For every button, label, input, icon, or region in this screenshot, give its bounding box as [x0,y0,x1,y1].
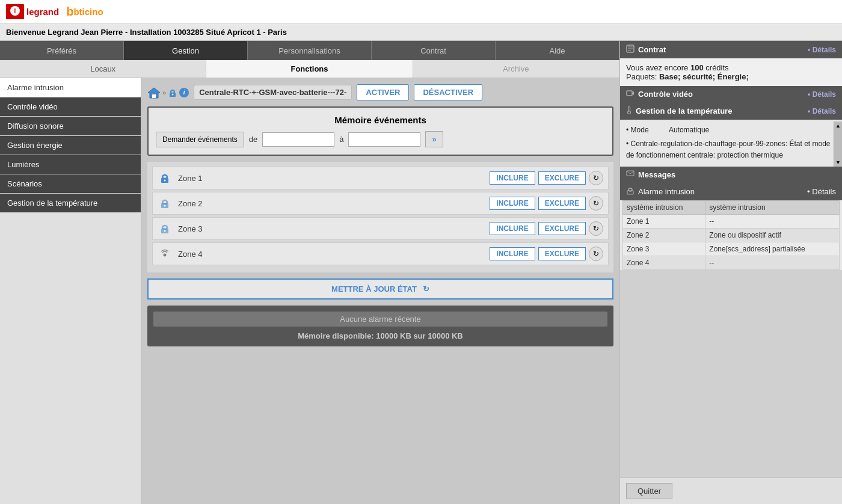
sidebar-item-scenarios[interactable]: Scénarios [0,174,141,194]
zone3-inclure-button[interactable]: INCLURE [490,222,535,235]
sub-tab-fonctions[interactable]: Fonctions [206,60,413,78]
zone1-inclure-button[interactable]: INCLURE [490,171,535,185]
sub-tab-archive[interactable]: Archive [413,60,619,78]
sidebar-item-controle-video[interactable]: Contrôle vidéo [0,97,141,117]
device-icon-group: » i [147,87,189,99]
tab-preferes[interactable]: Préférés [0,41,124,60]
zone4-name: Zone 4 [178,250,490,259]
home-icon [147,87,161,99]
zone2-value-cell: Zone ou dispositif actif [705,228,840,242]
svg-point-12 [164,205,166,207]
svg-rect-14 [162,226,167,229]
sidebar-item-lumieres[interactable]: Lumières [0,155,141,174]
alarme-section: Alarme intrusion • Détails système intru… [620,183,842,270]
alarme-details-link[interactable]: • Détails [807,187,836,196]
temperature-details-link[interactable]: • Détails [808,107,836,115]
sidebar-item-gestion-temperature[interactable]: Gestion de la température [0,194,141,213]
activer-button[interactable]: ACTIVER [357,84,409,100]
sidebar-item-diffusion-sonore[interactable]: Diffusion sonore [0,117,141,136]
zone3-name: Zone 3 [178,224,490,233]
content-area: Alarme intrusion Contrôle vidéo Diffusio… [0,78,619,504]
tab-gestion[interactable]: Gestion [124,41,248,60]
sub-tab-locaux[interactable]: Locaux [0,60,206,78]
zone3-lock-icon [158,223,172,235]
controle-video-header-text: Contrôle vidéo [638,90,693,99]
svg-rect-21 [627,91,632,96]
zone1-cell: Zone 1 [623,214,705,228]
temperature-section-header: Gestion de la température • Détails [620,102,842,120]
main-content-area: » i Centrale-RTC-+-GSM-avec-batterie---7… [141,78,619,504]
alarme-table: système intrusion système intrusion Zone… [622,200,840,270]
memory-info-text: Mémoire disponible: 10000 KB sur 10000 K… [153,331,607,340]
zone4-radio-icon [158,248,172,260]
zone1-exclure-button[interactable]: EXCLURE [538,171,586,185]
contrat-header-text: Contrat [638,45,666,54]
lock-icon [168,88,177,97]
contrat-body: Vous avez encore 100 crédits Paquets: Ba… [620,58,842,86]
alarme-col1-header: système intrusion [623,200,705,214]
messages-section-header: Messages [620,167,842,183]
zone2-exclure-button[interactable]: EXCLURE [538,197,586,210]
zone4-refresh-button[interactable]: ↻ [589,247,603,261]
bticino-logo: b bticino [66,5,103,19]
app-header: l legrand b bticino [0,0,842,24]
desactiver-button[interactable]: DÉSACTIVER [414,84,482,100]
demander-evenements-button[interactable]: Demander événements [156,132,244,147]
controle-video-details-link[interactable]: • Détails [808,90,836,99]
mettre-a-jour-button[interactable]: METTRE À JOUR ÉTAT ↻ [147,278,613,300]
svg-point-9 [164,180,166,182]
bticino-text: bticino [73,7,103,17]
scroll-down-icon[interactable]: ▼ [834,159,842,165]
main-layout: Préférés Gestion Personnalisations Contr… [0,41,842,504]
paquets-label: Paquets: [626,72,657,81]
zone3-exclure-button[interactable]: EXCLURE [538,222,586,235]
credits-text: Vous avez encore [626,63,688,72]
contrat-section-header: Contrat • Détails [620,41,842,58]
svg-point-16 [164,254,166,256]
sidebar-item-alarme-intrusion[interactable]: Alarme intrusion [0,78,141,97]
contrat-icon [626,45,635,55]
temperature-header-text: Gestion de la température [636,106,732,115]
device-header: » i Centrale-RTC-+-GSM-avec-batterie---7… [147,84,613,100]
alarme-lock-icon [626,186,635,197]
svg-text:l: l [14,8,16,14]
zone4-value-cell: -- [705,256,840,269]
zone3-refresh-button[interactable]: ↻ [589,221,603,236]
tab-aide[interactable]: Aide [496,41,619,60]
zone2-inclure-button[interactable]: INCLURE [490,197,535,210]
svg-rect-8 [162,175,167,179]
sidebar-item-gestion-energie[interactable]: Gestion énergie [0,136,141,155]
credits-count: 100 [690,63,704,72]
input-date-a[interactable] [348,132,420,147]
svg-rect-5 [171,90,174,93]
table-row: Zone 4 -- [623,256,840,269]
tab-contrat[interactable]: Contrat [372,41,496,60]
zone1-refresh-button[interactable]: ↻ [589,171,603,185]
top-nav: Préférés Gestion Personnalisations Contr… [0,41,619,60]
alarme-header-text: Alarme intrusion [638,187,695,196]
legrand-logo: l legrand [6,4,59,19]
video-icon [626,90,635,99]
alarme-table-container: système intrusion système intrusion Zone… [620,200,842,270]
input-date-de[interactable] [262,132,334,147]
messages-header-text: Messages [638,170,675,179]
memory-title: Mémoire événements [156,115,605,125]
quitter-button[interactable]: Quitter [626,483,672,499]
sub-nav: Locaux Fonctions Archive [0,60,619,78]
scroll-up-icon[interactable]: ▲ [834,121,842,130]
zone4-exclure-button[interactable]: EXCLURE [538,247,586,260]
zone2-name: Zone 2 [178,199,490,208]
messages-icon [626,170,635,179]
zone2-lock-icon [158,197,172,209]
contrat-details-link[interactable]: • Détails [808,46,836,54]
zone2-cell: Zone 2 [623,228,705,242]
svg-rect-23 [628,106,630,111]
zone4-inclure-button[interactable]: INCLURE [490,247,535,260]
tab-personnalisations[interactable]: Personnalisations [248,41,372,60]
zone2-refresh-button[interactable]: ↻ [589,196,603,211]
zones-container: Zone 1 INCLURE EXCLURE ↻ [147,162,613,272]
svg-rect-27 [628,188,632,191]
submit-arrow-button[interactable]: » [425,131,443,147]
scroll-bar[interactable]: ▲ ▼ [834,121,842,167]
table-row: Zone 2 Zone ou dispositif actif [623,228,840,242]
